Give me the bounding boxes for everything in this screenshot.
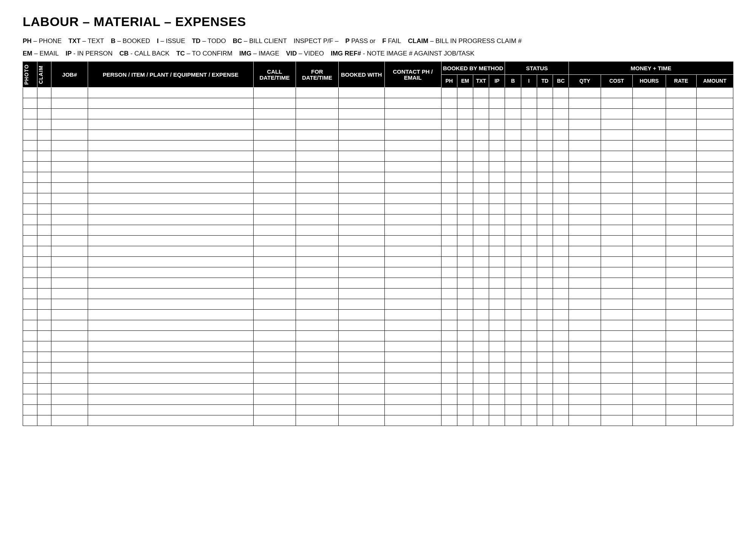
cell[interactable] — [569, 320, 601, 330]
cell[interactable] — [537, 246, 553, 256]
cell[interactable] — [696, 330, 733, 341]
cell[interactable] — [253, 108, 296, 119]
cell[interactable] — [384, 246, 441, 256]
cell[interactable] — [553, 246, 569, 256]
cell[interactable] — [37, 278, 51, 288]
cell[interactable] — [537, 330, 553, 341]
cell[interactable] — [88, 373, 253, 383]
cell[interactable] — [88, 204, 253, 214]
cell[interactable] — [633, 404, 666, 415]
cell[interactable] — [51, 309, 88, 320]
cell[interactable] — [37, 341, 51, 352]
cell[interactable] — [441, 214, 457, 225]
cell[interactable] — [489, 214, 505, 225]
cell[interactable] — [338, 352, 384, 362]
cell[interactable] — [569, 278, 601, 288]
cell[interactable] — [553, 193, 569, 204]
cell[interactable] — [51, 330, 88, 341]
cell[interactable] — [633, 182, 666, 193]
cell[interactable] — [253, 267, 296, 278]
cell[interactable] — [457, 415, 473, 426]
cell[interactable] — [666, 87, 696, 98]
cell[interactable] — [633, 193, 666, 204]
cell[interactable] — [569, 362, 601, 373]
cell[interactable] — [473, 140, 489, 151]
cell[interactable] — [338, 225, 384, 235]
cell[interactable] — [441, 415, 457, 426]
cell[interactable] — [457, 404, 473, 415]
cell[interactable] — [296, 341, 339, 352]
cell[interactable] — [88, 278, 253, 288]
cell[interactable] — [457, 394, 473, 404]
cell[interactable] — [569, 256, 601, 267]
cell[interactable] — [441, 161, 457, 172]
cell[interactable] — [338, 299, 384, 309]
cell[interactable] — [537, 108, 553, 119]
cell[interactable] — [666, 214, 696, 225]
cell[interactable] — [441, 330, 457, 341]
cell[interactable] — [505, 256, 521, 267]
cell[interactable] — [505, 130, 521, 140]
cell[interactable] — [537, 341, 553, 352]
cell[interactable] — [633, 309, 666, 320]
cell[interactable] — [338, 98, 384, 108]
cell[interactable] — [296, 330, 339, 341]
cell[interactable] — [505, 182, 521, 193]
cell[interactable] — [51, 151, 88, 161]
cell[interactable] — [51, 320, 88, 330]
cell[interactable] — [473, 352, 489, 362]
cell[interactable] — [296, 246, 339, 256]
cell[interactable] — [23, 161, 37, 172]
cell[interactable] — [505, 140, 521, 151]
cell[interactable] — [51, 288, 88, 299]
cell[interactable] — [505, 383, 521, 394]
cell[interactable] — [253, 299, 296, 309]
cell[interactable] — [473, 299, 489, 309]
cell[interactable] — [338, 404, 384, 415]
cell[interactable] — [384, 87, 441, 98]
cell[interactable] — [696, 404, 733, 415]
cell[interactable] — [553, 119, 569, 130]
cell[interactable] — [23, 235, 37, 246]
cell[interactable] — [601, 320, 632, 330]
cell[interactable] — [473, 193, 489, 204]
cell[interactable] — [296, 161, 339, 172]
cell[interactable] — [88, 288, 253, 299]
cell[interactable] — [553, 309, 569, 320]
cell[interactable] — [253, 383, 296, 394]
cell[interactable] — [505, 309, 521, 320]
cell[interactable] — [666, 246, 696, 256]
cell[interactable] — [457, 362, 473, 373]
cell[interactable] — [253, 225, 296, 235]
cell[interactable] — [569, 352, 601, 362]
cell[interactable] — [23, 330, 37, 341]
cell[interactable] — [253, 214, 296, 225]
cell[interactable] — [553, 151, 569, 161]
cell[interactable] — [633, 278, 666, 288]
cell[interactable] — [696, 98, 733, 108]
cell[interactable] — [88, 98, 253, 108]
cell[interactable] — [569, 161, 601, 172]
cell[interactable] — [37, 246, 51, 256]
cell[interactable] — [338, 278, 384, 288]
cell[interactable] — [253, 246, 296, 256]
cell[interactable] — [505, 235, 521, 246]
cell[interactable] — [569, 193, 601, 204]
cell[interactable] — [521, 225, 537, 235]
cell[interactable] — [37, 320, 51, 330]
cell[interactable] — [88, 119, 253, 130]
cell[interactable] — [473, 404, 489, 415]
cell[interactable] — [666, 267, 696, 278]
cell[interactable] — [553, 214, 569, 225]
cell[interactable] — [296, 299, 339, 309]
cell[interactable] — [441, 182, 457, 193]
cell[interactable] — [37, 108, 51, 119]
cell[interactable] — [384, 98, 441, 108]
cell[interactable] — [521, 373, 537, 383]
cell[interactable] — [51, 87, 88, 98]
cell[interactable] — [633, 87, 666, 98]
cell[interactable] — [601, 415, 632, 426]
cell[interactable] — [696, 278, 733, 288]
cell[interactable] — [521, 214, 537, 225]
cell[interactable] — [569, 225, 601, 235]
